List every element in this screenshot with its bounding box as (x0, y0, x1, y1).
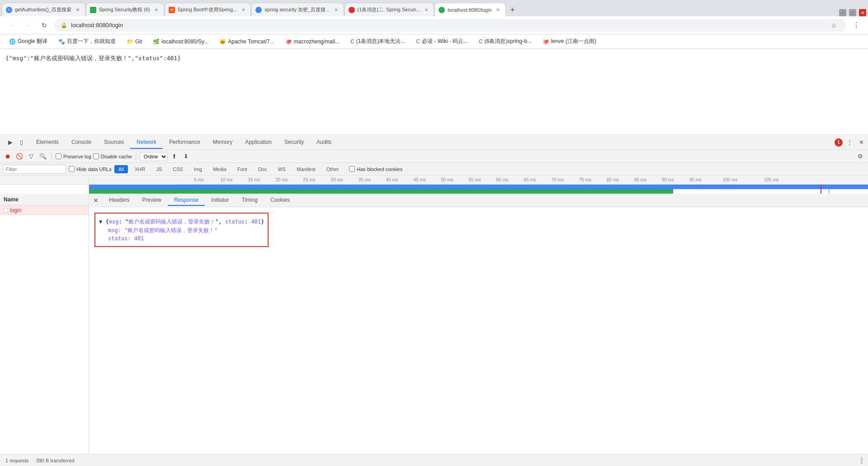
tab-close-6[interactable]: × (495, 6, 502, 14)
filter-doc-button[interactable]: Doc (254, 165, 271, 173)
filter-other-button[interactable]: Other (322, 165, 343, 173)
tab-security[interactable]: Security (278, 136, 310, 149)
new-tab-button[interactable]: + (506, 4, 519, 16)
disable-cache-input[interactable] (93, 153, 99, 159)
minimize-button[interactable]: ─ (839, 9, 846, 16)
bookmark-git[interactable]: 📁 Git (123, 38, 146, 46)
bookmark-icon-1: 🌐 (9, 38, 16, 45)
detail-tab-response[interactable]: Response (168, 195, 205, 206)
filter-ws-button[interactable]: WS (274, 165, 290, 173)
close-button[interactable]: ✕ (859, 9, 866, 16)
disable-cache-checkbox[interactable]: Disable cache (93, 153, 132, 159)
response-msg-line: msg: "账户名或密码输入错误，登录失败！" (108, 227, 264, 234)
refresh-button[interactable]: ↻ (38, 19, 51, 32)
bookmark-icon-9: C (479, 38, 483, 45)
preserve-log-checkbox[interactable]: Preserve log (56, 153, 91, 159)
detail-tab-cookies[interactable]: Cookies (264, 195, 296, 206)
tab-console[interactable]: Console (65, 136, 98, 149)
filter-toggle-button[interactable]: ▽ (26, 152, 36, 162)
bookmark-label-3: Git (135, 38, 142, 45)
tab-spring-encrypt[interactable]: spring security 加密_百度搜... × (251, 3, 344, 16)
tab-title-4: spring security 加密_百度搜... (264, 6, 330, 13)
tab-spring-security-2[interactable]: (1条消息)二. Spring Securi... × (344, 3, 434, 16)
select-element-icon[interactable]: ▶ (5, 138, 15, 147)
tab-spring-boot[interactable]: sf Spring Boot中使用Spring... × (165, 3, 251, 16)
tab-close-2[interactable]: × (153, 6, 160, 14)
bookmark-tomcat[interactable]: 🐱 Apache Tomcat/7... (216, 38, 278, 46)
bookmark-star-button[interactable]: ☆ (827, 19, 840, 32)
has-blocked-cookies-input[interactable] (349, 166, 355, 172)
tick-60ms: 60 ms (496, 177, 509, 182)
tab-sources[interactable]: Sources (98, 136, 130, 149)
tab-getauthorities[interactable]: G getAuthorities()_百度搜索 × (2, 3, 85, 16)
devtools-close-icon[interactable]: ✕ (856, 138, 866, 147)
tab-application[interactable]: Application (239, 136, 278, 149)
back-button[interactable]: ← (5, 19, 18, 32)
bookmark-label-7: (1条消息)本地无法... (356, 38, 406, 45)
response-status-line: status: 401 (108, 235, 264, 242)
settings-icon[interactable]: ⚙ (855, 152, 865, 162)
preserve-log-input[interactable] (56, 153, 61, 159)
forward-button[interactable]: → (22, 19, 34, 32)
filter-js-button[interactable]: JS (152, 165, 166, 173)
detail-close-button[interactable]: ✕ (89, 194, 103, 207)
tab-performance[interactable]: Performance (163, 136, 207, 149)
search-button[interactable]: 🔍 (38, 152, 48, 162)
filter-xhr-button[interactable]: XHR (131, 165, 149, 173)
hide-data-urls-input[interactable] (69, 166, 75, 172)
bookmark-github2[interactable]: 🐙 lenve (江南一点雨) (539, 37, 600, 46)
devtools-more-icon[interactable]: ⋮ (844, 138, 854, 147)
tab-close-4[interactable]: × (333, 6, 340, 14)
url-bar[interactable]: 🔒 localhost:8080/login ☆ (54, 19, 846, 32)
bookmark-csdn2[interactable]: C (6条消息)spring-b... (475, 37, 535, 46)
bookmark-csdnc[interactable]: C (1条消息)本地无法... (347, 37, 409, 46)
filter-manifest-button[interactable]: Manifest (292, 165, 320, 173)
detail-tab-headers[interactable]: Headers (103, 195, 136, 206)
profile-button[interactable]: ⋮ (850, 19, 863, 32)
bookmark-github[interactable]: 🐙 macrozheng/mall... (282, 38, 343, 46)
filter-all-button[interactable]: All (114, 165, 128, 173)
clear-button[interactable]: 🚫 (14, 152, 24, 162)
tick-45ms: 45 ms (413, 177, 425, 182)
disable-cache-label: Disable cache (101, 154, 132, 159)
record-button[interactable]: ⏺ (3, 152, 13, 162)
has-blocked-cookies-checkbox[interactable]: Has blocked cookies (349, 166, 402, 172)
tab-elements[interactable]: Elements (30, 136, 65, 149)
filter-img-button[interactable]: Img (190, 165, 206, 173)
maximize-button[interactable]: □ (849, 9, 856, 16)
bookmark-label-8: 必读 - Wiki - 码云... (422, 38, 468, 45)
bookmark-icon-3: 📁 (127, 38, 133, 45)
url-text: localhost:8080/login (71, 22, 123, 29)
filter-media-button[interactable]: Media (209, 165, 231, 173)
filter-font-button[interactable]: Font (233, 165, 251, 173)
network-item-login[interactable]: login (0, 205, 89, 215)
bookmark-google-translate[interactable]: 🌐 Google 翻译 (5, 37, 51, 46)
tab-audits[interactable]: Audits (310, 136, 338, 149)
tab-close-5[interactable]: × (423, 6, 430, 14)
detail-tab-preview[interactable]: Preview (136, 195, 168, 206)
bookmark-baidu[interactable]: 🐾 百度一下，你就知道 (55, 37, 119, 46)
filter-bar: Hide data URLs All XHR JS CSS Img Media … (0, 163, 868, 176)
tick-90ms: 90 ms (662, 177, 674, 182)
tab-localhost[interactable]: localhost:8080/login × (434, 3, 505, 16)
filter-input[interactable] (3, 165, 66, 174)
hide-data-urls-checkbox[interactable]: Hide data URLs (69, 166, 112, 172)
device-toolbar-icon[interactable]: ▯ (16, 138, 26, 147)
tab-close-1[interactable]: × (74, 6, 81, 14)
resize-handle[interactable] (861, 457, 863, 460)
bookmark-localhost[interactable]: 🌿 localhost:8080/Sy... (149, 38, 212, 46)
tab-spring-security[interactable]: Spring Security教程 (6) × (86, 3, 164, 16)
detail-tab-timing[interactable]: Timing (235, 195, 264, 206)
tab-network[interactable]: Network (130, 136, 163, 149)
toolbar-separator-1 (52, 152, 52, 161)
tab-close-3[interactable]: × (240, 6, 247, 14)
import-button[interactable]: ⬆ (170, 152, 179, 162)
export-button[interactable]: ⬇ (181, 152, 191, 162)
filter-css-button[interactable]: CSS (169, 165, 187, 173)
response-line1-text: {msg: "账户名或密码输入错误，登录失败！", status: 401} (105, 219, 264, 225)
bookmark-wiki[interactable]: C 必读 - Wiki - 码云... (412, 37, 472, 46)
tick-75ms: 75 ms (579, 177, 591, 182)
throttle-select[interactable]: Online (140, 152, 168, 161)
tab-memory[interactable]: Memory (207, 136, 239, 149)
detail-tab-initiator[interactable]: Initiator (205, 195, 235, 206)
